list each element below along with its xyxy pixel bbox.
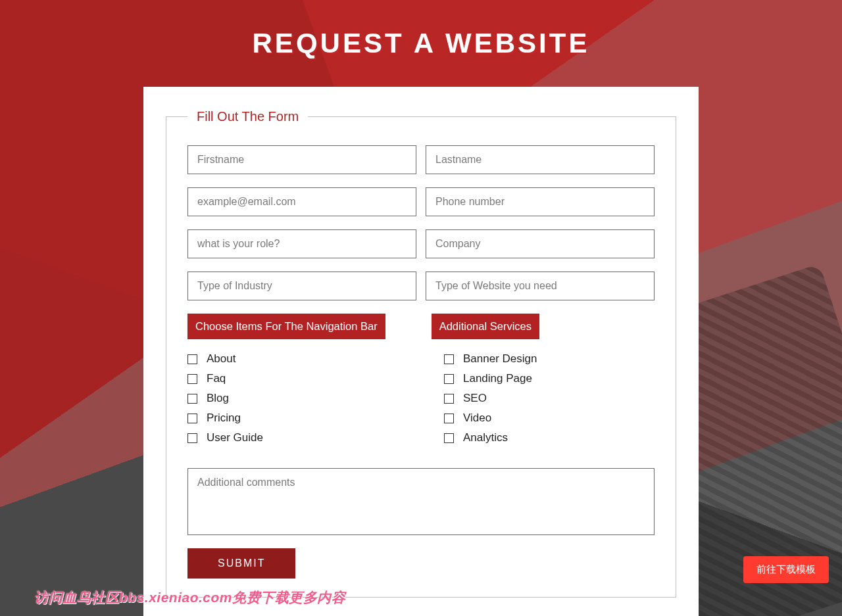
email-input[interactable] xyxy=(187,187,416,216)
firstname-input[interactable] xyxy=(187,145,416,174)
checkbox-label: Banner Design xyxy=(463,352,537,366)
checkbox-icon xyxy=(444,414,454,423)
checkbox-landing-page[interactable]: Landing Page xyxy=(444,372,655,385)
checkbox-blog[interactable]: Blog xyxy=(187,392,398,405)
checkbox-seo[interactable]: SEO xyxy=(444,392,655,405)
checkbox-banner-design[interactable]: Banner Design xyxy=(444,352,655,366)
checkbox-label: Blog xyxy=(207,392,229,405)
checkbox-label: About xyxy=(207,352,235,366)
services-column: Banner Design Landing Page SEO Video Ana… xyxy=(444,352,655,451)
checkbox-icon xyxy=(187,354,197,364)
checkbox-icon xyxy=(444,394,454,404)
checkbox-icon xyxy=(444,374,454,384)
download-template-button[interactable]: 前往下载模板 xyxy=(743,556,829,583)
checkbox-label: User Guide xyxy=(207,431,263,444)
checkbox-icon xyxy=(187,374,197,384)
checkbox-label: Faq xyxy=(207,372,226,385)
watermark-text: 访问血鸟社区bbs.xieniao.com免费下载更多内容 xyxy=(34,588,345,607)
role-input[interactable] xyxy=(187,229,416,258)
checkbox-label: Analytics xyxy=(463,431,508,444)
checkbox-icon xyxy=(187,414,197,423)
nav-items-column: About Faq Blog Pricing User Guide xyxy=(187,352,398,451)
lastname-input[interactable] xyxy=(426,145,655,174)
checkbox-user-guide[interactable]: User Guide xyxy=(187,431,398,444)
checkbox-icon xyxy=(444,354,454,364)
form-card: Fill Out The Form Choose Items For The N… xyxy=(143,87,699,616)
company-input[interactable] xyxy=(426,229,655,258)
checkbox-faq[interactable]: Faq xyxy=(187,372,398,385)
checkbox-video[interactable]: Video xyxy=(444,412,655,425)
form-fieldset: Fill Out The Form Choose Items For The N… xyxy=(166,109,676,598)
form-legend: Fill Out The Form xyxy=(187,109,308,124)
checkbox-label: Pricing xyxy=(207,412,241,425)
checkbox-icon xyxy=(187,433,197,443)
nav-items-heading: Choose Items For The Navigation Bar xyxy=(187,314,385,339)
checkbox-icon xyxy=(444,433,454,443)
comments-textarea[interactable] xyxy=(187,468,655,535)
checkbox-analytics[interactable]: Analytics xyxy=(444,431,655,444)
checkbox-about[interactable]: About xyxy=(187,352,398,366)
checkbox-icon xyxy=(187,394,197,404)
submit-button[interactable]: SUBMIT xyxy=(187,548,295,579)
checkbox-label: Video xyxy=(463,412,491,425)
checkbox-label: SEO xyxy=(463,392,487,405)
industry-input[interactable] xyxy=(187,272,416,300)
checkbox-pricing[interactable]: Pricing xyxy=(187,412,398,425)
website-type-input[interactable] xyxy=(426,272,655,300)
checkbox-label: Landing Page xyxy=(463,372,532,385)
additional-services-heading: Additional Services xyxy=(432,314,539,339)
page-title: REQUEST A WEBSITE xyxy=(0,0,842,59)
phone-input[interactable] xyxy=(426,187,655,216)
